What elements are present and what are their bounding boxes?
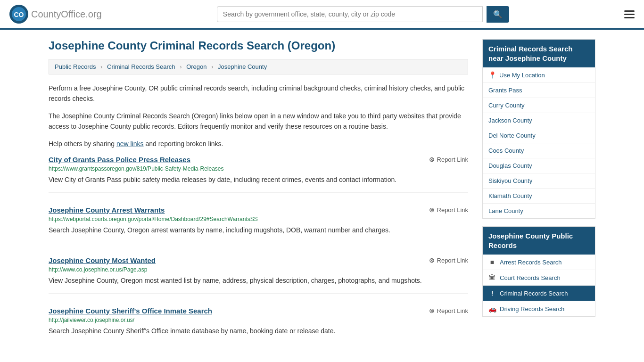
report-label: Report Link <box>437 257 468 264</box>
breadcrumb-public-records[interactable]: Public Records <box>55 63 96 70</box>
result-header: Josephine County Most Wanted ⊗ Report Li… <box>49 256 468 264</box>
sidebar-nearby-klamath-county[interactable]: Klamath County <box>483 189 595 204</box>
result-item: Josephine County Sheriff's Office Inmate… <box>49 307 468 344</box>
report-link-button[interactable]: ⊗ Report Link <box>429 307 468 314</box>
result-url: https://www.grantspassoregon.gov/819/Pub… <box>49 165 468 172</box>
criminal-icon: ! <box>488 289 496 297</box>
driving-records-label: Driving Records Search <box>500 305 564 313</box>
sidebar-nearby-coos-county[interactable]: Coos County <box>483 143 595 158</box>
breadcrumb-criminal-records[interactable]: Criminal Records Search <box>107 63 175 70</box>
desc3-prefix: Help others by sharing <box>49 140 116 148</box>
menu-icon-bar3 <box>624 17 635 18</box>
report-label: Report Link <box>437 206 468 214</box>
sidebar-nearby-lane-county[interactable]: Lane County <box>483 204 595 218</box>
result-header: City of Grants Pass Police Press Release… <box>49 156 468 164</box>
description-2: The Josephine County Criminal Records Se… <box>49 111 468 132</box>
result-desc: View Josephine County, Oregon most wante… <box>49 276 468 286</box>
sidebar-nearby-curry-county[interactable]: Curry County <box>483 98 595 113</box>
sidebar-public-records-title: Josephine County Public Records <box>483 227 595 255</box>
result-header: Josephine County Sheriff's Office Inmate… <box>49 307 468 315</box>
sidebar-nearby-title: Criminal Records Search near Josephine C… <box>483 40 595 67</box>
sidebar: Criminal Records Search near Josephine C… <box>482 39 595 357</box>
result-item: Josephine County Most Wanted ⊗ Report Li… <box>49 256 468 294</box>
sidebar-nearby-grants-pass[interactable]: Grants Pass <box>483 83 595 98</box>
use-my-location-label: Use My Location <box>499 72 545 79</box>
arrest-records-label: Arrest Records Search <box>500 259 562 266</box>
criminal-records-label: Criminal Records Search <box>500 290 568 297</box>
report-link-button[interactable]: ⊗ Report Link <box>429 206 468 214</box>
page-title: Josephine County Criminal Records Search… <box>49 39 468 52</box>
report-icon: ⊗ <box>429 307 435 314</box>
site-header: CO CountyOffice.org 🔍 <box>0 0 644 30</box>
results-list: City of Grants Pass Police Press Release… <box>49 156 468 344</box>
sidebar-nearby-del-norte-county[interactable]: Del Norte County <box>483 128 595 143</box>
result-url: https://webportal.courts.oregon.gov/port… <box>49 216 468 222</box>
sidebar-item-court-records[interactable]: 🏛 Court Records Search <box>483 270 595 286</box>
driving-icon: 🚗 <box>488 305 496 313</box>
sidebar-nearby-jackson-county[interactable]: Jackson County <box>483 113 595 128</box>
result-item: City of Grants Pass Police Press Release… <box>49 156 468 193</box>
arrest-icon: ■ <box>488 258 496 266</box>
sidebar-item-driving-records[interactable]: 🚗 Driving Records Search <box>483 301 595 316</box>
logo-icon: CO <box>9 5 28 24</box>
breadcrumb-sep2: › <box>180 63 182 70</box>
report-icon: ⊗ <box>429 256 435 264</box>
result-title[interactable]: Josephine County Most Wanted <box>49 256 156 264</box>
result-title[interactable]: Josephine County Arrest Warrants <box>49 206 165 214</box>
search-icon: 🔍 <box>493 10 503 18</box>
sidebar-public-records-section: Josephine County Public Records ■ Arrest… <box>482 226 595 317</box>
report-link-button[interactable]: ⊗ Report Link <box>429 256 468 264</box>
court-icon: 🏛 <box>488 274 496 281</box>
report-link-button[interactable]: ⊗ Report Link <box>429 156 468 163</box>
logo-text: CountyOffice.org <box>31 9 102 20</box>
main-container: Josephine County Criminal Records Search… <box>39 30 605 362</box>
result-title[interactable]: City of Grants Pass Police Press Release… <box>49 156 190 164</box>
desc3-suffix: and reporting broken links. <box>144 140 223 148</box>
breadcrumb-oregon[interactable]: Oregon <box>186 63 206 70</box>
result-desc: Search Josephine County Sheriff's Office… <box>49 326 468 336</box>
menu-button[interactable] <box>624 10 635 18</box>
court-records-label: Court Records Search <box>500 274 561 281</box>
content-area: Josephine County Criminal Records Search… <box>49 39 468 357</box>
use-my-location[interactable]: 📍 Use My Location <box>483 67 595 83</box>
report-icon: ⊗ <box>429 206 435 214</box>
report-label: Report Link <box>437 156 468 163</box>
report-icon: ⊗ <box>429 156 435 163</box>
description-1: Perform a free Josephine County, OR publ… <box>49 83 468 104</box>
search-input[interactable] <box>217 6 483 22</box>
result-header: Josephine County Arrest Warrants ⊗ Repor… <box>49 206 468 214</box>
report-label: Report Link <box>437 307 468 314</box>
result-title[interactable]: Josephine County Sheriff's Office Inmate… <box>49 307 212 315</box>
breadcrumb-josephine-county[interactable]: Josephine County <box>218 63 267 70</box>
result-url: http://www.co.josephine.or.us/Page.asp <box>49 266 468 273</box>
location-icon: 📍 <box>488 71 496 79</box>
search-button[interactable]: 🔍 <box>487 6 509 23</box>
logo-name: CountyOffice <box>31 9 85 19</box>
sidebar-nearby-siskiyou-county[interactable]: Siskiyou County <box>483 173 595 189</box>
sidebar-item-arrest-records[interactable]: ■ Arrest Records Search <box>483 255 595 270</box>
breadcrumb: Public Records › Criminal Records Search… <box>49 59 468 74</box>
menu-icon-bar1 <box>624 10 635 12</box>
search-bar: 🔍 <box>217 6 509 23</box>
sidebar-nearby-douglas-county[interactable]: Douglas County <box>483 158 595 173</box>
description-3: Help others by sharing new links and rep… <box>49 139 468 149</box>
result-item: Josephine County Arrest Warrants ⊗ Repor… <box>49 206 468 243</box>
sidebar-item-criminal-records[interactable]: ! Criminal Records Search <box>483 286 595 301</box>
logo-suffix: .org <box>85 9 101 19</box>
sidebar-nearby-section: Criminal Records Search near Josephine C… <box>482 39 595 219</box>
svg-text:CO: CO <box>14 11 24 18</box>
result-desc: Search Josephine County, Oregon arrest w… <box>49 225 468 235</box>
result-desc: View City of Grants Pass public safety m… <box>49 175 468 185</box>
result-url: http://jailviewer.co.josephine.or.us/ <box>49 317 468 323</box>
breadcrumb-sep3: › <box>211 63 213 70</box>
logo[interactable]: CO CountyOffice.org <box>9 5 102 24</box>
breadcrumb-sep1: › <box>100 63 102 70</box>
menu-icon-bar2 <box>624 14 635 15</box>
new-links-link[interactable]: new links <box>116 140 144 148</box>
